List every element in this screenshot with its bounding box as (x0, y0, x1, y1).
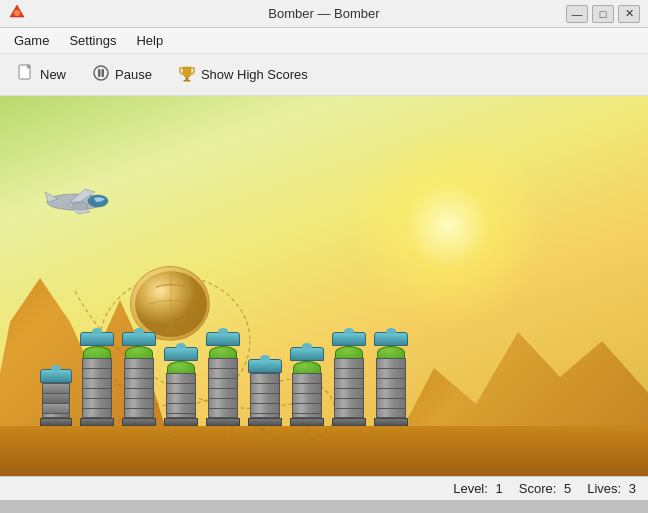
pause-icon (92, 64, 110, 86)
score-info: Score: 5 (519, 481, 571, 496)
tower-1 (40, 369, 72, 426)
svg-rect-7 (185, 78, 188, 80)
tower-top (248, 359, 282, 373)
lives-info: Lives: 3 (587, 481, 636, 496)
svg-rect-8 (183, 80, 190, 82)
level-value: 1 (496, 481, 503, 496)
svg-point-1 (14, 10, 20, 16)
close-button[interactable]: ✕ (618, 5, 640, 23)
tower-top (206, 332, 240, 346)
titlebar-controls: — □ ✕ (566, 5, 640, 23)
maximize-button[interactable]: □ (592, 5, 614, 23)
tower-8 (332, 332, 366, 426)
score-label: Score: (519, 481, 557, 496)
tower-top (332, 332, 366, 346)
titlebar: Bomber — Bomber — □ ✕ (0, 0, 648, 28)
new-label: New (40, 67, 66, 82)
score-value: 5 (564, 481, 571, 496)
towers-container (40, 332, 408, 426)
svg-rect-5 (98, 69, 101, 77)
level-label: Level: (453, 481, 488, 496)
tower-top (40, 369, 72, 383)
tower-7 (290, 347, 324, 426)
pause-button[interactable]: Pause (81, 59, 163, 91)
tower-top (374, 332, 408, 346)
toolbar: New Pause Show High Scores (0, 54, 648, 96)
ground (0, 426, 648, 476)
level-info: Level: 1 (453, 481, 503, 496)
tower-4 (164, 347, 198, 426)
svg-rect-6 (102, 69, 105, 77)
statusbar: Level: 1 Score: 5 Lives: 3 (0, 476, 648, 500)
game-area (0, 96, 648, 476)
menu-help[interactable]: Help (126, 31, 173, 50)
highscores-label: Show High Scores (201, 67, 308, 82)
tower-6 (248, 359, 282, 426)
lives-value: 3 (629, 481, 636, 496)
new-button[interactable]: New (6, 59, 77, 91)
tower-top (80, 332, 114, 346)
tower-top (164, 347, 198, 361)
tower-2 (80, 332, 114, 426)
tower-top (290, 347, 324, 361)
menu-settings[interactable]: Settings (59, 31, 126, 50)
menu-game[interactable]: Game (4, 31, 59, 50)
new-icon (17, 64, 35, 86)
menubar: Game Settings Help (0, 28, 648, 54)
highscores-button[interactable]: Show High Scores (167, 59, 319, 91)
airplane (40, 184, 110, 214)
window-title: Bomber — Bomber (268, 6, 379, 21)
tower-3 (122, 332, 156, 426)
pause-label: Pause (115, 67, 152, 82)
minimize-button[interactable]: — (566, 5, 588, 23)
lives-label: Lives: (587, 481, 621, 496)
svg-point-19 (72, 202, 88, 210)
titlebar-left (8, 3, 26, 24)
sun-rays (348, 126, 548, 326)
trophy-icon (178, 64, 196, 86)
tower-top (122, 332, 156, 346)
tower-9 (374, 332, 408, 426)
tower-5 (206, 332, 240, 426)
svg-point-4 (94, 66, 108, 80)
app-logo-icon (8, 3, 26, 24)
